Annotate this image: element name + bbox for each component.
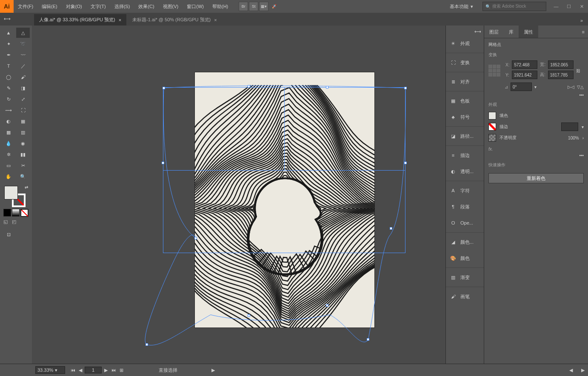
menu-select[interactable]: 选择(S) bbox=[110, 0, 134, 13]
dock-opentype[interactable]: OOpe... bbox=[446, 215, 484, 231]
dock-transform[interactable]: ⛶变换 bbox=[446, 54, 484, 71]
free-transform-tool[interactable]: ⛶ bbox=[16, 105, 30, 115]
tab-properties[interactable]: 属性 bbox=[519, 26, 538, 38]
draw-normal-icon[interactable]: ◱ bbox=[3, 219, 11, 227]
artboard-tool[interactable]: ▭ bbox=[2, 160, 15, 171]
reference-point-grid[interactable] bbox=[488, 65, 500, 77]
dock-character[interactable]: A字符 bbox=[446, 182, 484, 199]
menu-view[interactable]: 视图(V) bbox=[159, 0, 183, 13]
dock-swatches[interactable]: ▦色板 bbox=[446, 93, 484, 109]
minimize-button[interactable]: — bbox=[550, 2, 562, 11]
fill-swatch[interactable] bbox=[488, 112, 496, 120]
ellipse-tool[interactable]: ◯ bbox=[2, 72, 15, 82]
dock-stroke[interactable]: ≡描边 bbox=[446, 147, 484, 163]
appearance-more-icon[interactable]: ••• bbox=[488, 153, 584, 158]
menu-edit[interactable]: 编辑(E) bbox=[37, 0, 62, 13]
stroke-dropdown-icon[interactable]: ▾ bbox=[582, 125, 584, 129]
blend-tool[interactable]: ◉ bbox=[16, 138, 30, 148]
paintbrush-tool[interactable]: 🖌 bbox=[16, 72, 30, 82]
document-tab-1[interactable]: 人像.ai* @ 33.33% (RGB/GPU 预览) × bbox=[34, 14, 126, 26]
document-tab-2[interactable]: 未标题-1.ai* @ 50% (RGB/GPU 预览) × bbox=[127, 14, 222, 26]
mesh-anchor[interactable] bbox=[390, 227, 392, 230]
x-input[interactable] bbox=[512, 60, 537, 69]
dock-paragraph[interactable]: ¶段落 bbox=[446, 199, 484, 215]
tab-close-icon[interactable]: × bbox=[214, 17, 217, 23]
menu-effect[interactable]: 效果(C) bbox=[134, 0, 158, 13]
screen-mode-icon[interactable]: ⊡ bbox=[2, 229, 15, 239]
fill-stroke-swatch[interactable]: ⇄ bbox=[4, 186, 26, 207]
dock-brushes[interactable]: 🖌画笔 bbox=[446, 288, 484, 305]
mesh-anchor[interactable] bbox=[162, 162, 164, 164]
mesh-anchor[interactable] bbox=[248, 314, 250, 317]
tab-libraries[interactable]: 库 bbox=[504, 26, 519, 38]
dock-appearance[interactable]: ☀外观 bbox=[446, 35, 484, 51]
eraser-tool[interactable]: ◨ bbox=[16, 83, 30, 93]
next-artboard-icon[interactable]: ▶ bbox=[103, 367, 109, 373]
angle-dropdown-icon[interactable]: ▾ bbox=[534, 85, 537, 89]
artboard-nav-icon[interactable]: ⊞ bbox=[118, 367, 125, 373]
symbol-sprayer-tool[interactable]: ✲ bbox=[2, 149, 15, 160]
shape-builder-tool[interactable]: ◐ bbox=[2, 116, 15, 126]
dock-expand-icon[interactable]: ⟷ bbox=[446, 28, 484, 35]
mesh-anchor[interactable] bbox=[146, 343, 148, 346]
menu-text[interactable]: 文字(T) bbox=[86, 0, 110, 13]
draw-behind-icon[interactable]: ◰ bbox=[12, 219, 20, 227]
mesh-anchor[interactable] bbox=[326, 86, 328, 88]
swap-fill-stroke-icon[interactable]: ⇄ bbox=[25, 185, 28, 190]
zoom-level-dropdown[interactable]: 33.33%▾ bbox=[35, 366, 65, 374]
mesh-anchor[interactable] bbox=[404, 87, 407, 89]
fill-color[interactable] bbox=[4, 186, 18, 199]
flip-h-icon[interactable]: ▷◁ bbox=[568, 85, 574, 89]
transform-more-icon[interactable]: ••• bbox=[488, 93, 584, 97]
shaper-tool[interactable]: ✎ bbox=[2, 83, 15, 93]
search-adobe-stock[interactable]: 🔍 搜索 Adobe Stock bbox=[482, 2, 546, 11]
zoom-tool[interactable]: 🔍 bbox=[16, 171, 30, 182]
fx-label[interactable]: fx. bbox=[488, 147, 584, 151]
stock-icon[interactable]: St bbox=[249, 2, 258, 11]
dock-color-guide[interactable]: ◢颜色... bbox=[446, 234, 484, 250]
hand-tool[interactable]: ✋ bbox=[2, 171, 15, 182]
arrange-icon[interactable]: ▦▾ bbox=[259, 2, 268, 11]
gpu-icon[interactable]: 🚀 bbox=[269, 2, 279, 11]
draw-mode-none[interactable] bbox=[20, 209, 28, 216]
y-input[interactable] bbox=[512, 71, 537, 79]
width-input[interactable] bbox=[548, 60, 574, 69]
eyedropper-tool[interactable]: 💧 bbox=[2, 138, 15, 148]
perspective-tool[interactable]: ▦ bbox=[16, 116, 30, 126]
menu-window[interactable]: 窗口(W) bbox=[183, 0, 208, 13]
prev-artboard-icon[interactable]: ◀ bbox=[77, 367, 84, 373]
height-input[interactable] bbox=[548, 71, 574, 79]
stroke-weight-input[interactable] bbox=[561, 122, 578, 131]
menu-file[interactable]: 文件(F) bbox=[14, 0, 37, 13]
canvas[interactable] bbox=[32, 26, 445, 364]
scroll-right-icon[interactable]: ▶ bbox=[581, 367, 585, 373]
mesh-anchor[interactable] bbox=[248, 85, 250, 88]
recolor-button[interactable]: 重新着色 bbox=[488, 173, 584, 183]
panel-toggle-icon[interactable]: ⟷ bbox=[3, 14, 12, 23]
flip-v-icon[interactable]: ▽△ bbox=[577, 85, 584, 89]
lasso-tool[interactable]: ➰ bbox=[16, 39, 30, 49]
mesh-anchor[interactable] bbox=[404, 162, 407, 164]
first-artboard-icon[interactable]: ⏮ bbox=[69, 367, 76, 373]
column-graph-tool[interactable]: ▮▮ bbox=[16, 149, 30, 160]
panel-menu-icon[interactable]: ≡ bbox=[579, 26, 588, 38]
link-wh-icon[interactable]: ⛓ bbox=[576, 68, 580, 73]
direct-selection-tool[interactable]: △ bbox=[16, 28, 30, 38]
slice-tool[interactable]: ✂ bbox=[16, 160, 30, 171]
magic-wand-tool[interactable]: ✦ bbox=[2, 39, 15, 49]
dock-gradient[interactable]: ▥渐变 bbox=[446, 269, 484, 285]
tab-close-icon[interactable]: × bbox=[119, 17, 121, 23]
bridge-icon[interactable]: Br bbox=[239, 2, 248, 11]
selection-tool[interactable]: ▲ bbox=[2, 28, 15, 38]
mesh-anchor[interactable] bbox=[163, 87, 165, 89]
width-tool[interactable]: ⟿ bbox=[2, 105, 15, 115]
close-button[interactable]: ✕ bbox=[575, 2, 588, 11]
angle-input[interactable] bbox=[511, 83, 532, 91]
dock-pathfinder[interactable]: ◪路径... bbox=[446, 128, 484, 144]
dock-transparency[interactable]: ◐透明... bbox=[446, 163, 484, 179]
dock-color[interactable]: 🎨颜色 bbox=[446, 250, 484, 266]
workspace-switcher[interactable]: 基本功能 ▾ bbox=[445, 1, 478, 11]
tab-overflow-icon[interactable]: » bbox=[575, 15, 588, 26]
pen-tool[interactable]: ✒ bbox=[2, 50, 15, 60]
menu-help[interactable]: 帮助(H) bbox=[208, 0, 232, 13]
